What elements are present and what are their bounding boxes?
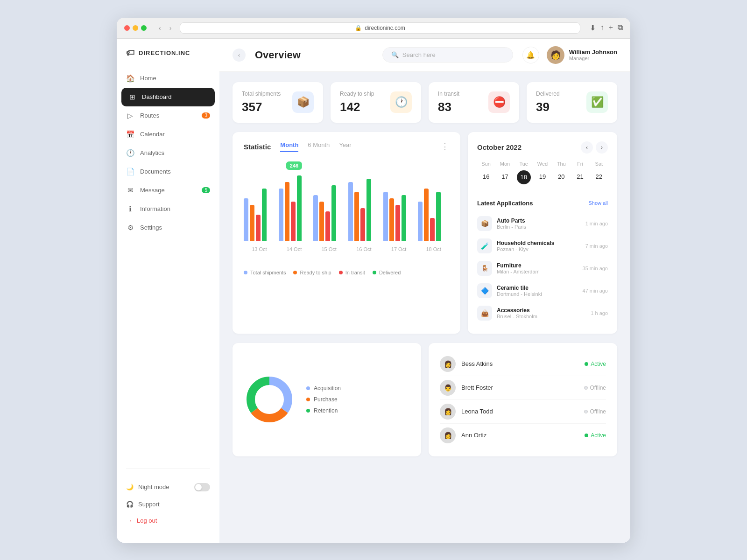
table-row[interactable]: 👩 Bess Atkins Active — [440, 352, 606, 376]
list-item[interactable]: 🧪 Household chemicals Poznan - Kiyv 7 mi… — [477, 235, 608, 257]
sidebar-item-routes[interactable]: ▷ Routes 3 — [117, 106, 219, 125]
collapse-sidebar-button[interactable]: ‹ — [233, 49, 246, 62]
avatar: 🧑 — [547, 46, 564, 64]
sidebar-item-label: Home — [140, 75, 156, 82]
chart-menu-icon[interactable]: ⋮ — [441, 141, 449, 152]
download-icon[interactable]: ⬇ — [590, 23, 596, 32]
stat-label: Delivered — [536, 91, 560, 97]
day-sat: Sat — [590, 161, 608, 167]
sidebar-item-support[interactable]: 🎧 Support — [126, 496, 210, 512]
show-all-button[interactable]: Show all — [588, 200, 608, 206]
donut-label-purchase: Purchase — [314, 396, 338, 403]
nav-back[interactable]: ‹ — [156, 23, 164, 33]
stat-card-ready-to-ship: Ready to ship 142 🕐 — [331, 82, 421, 123]
user-info[interactable]: 🧑 William Johnson Manager — [547, 46, 617, 64]
chart-title: Statistic — [244, 143, 271, 151]
donut-legend-acquisition: Acquisition — [306, 385, 341, 392]
sidebar-item-calendar[interactable]: 📅 Calendar — [117, 125, 219, 144]
avatar: 👨 — [440, 380, 456, 396]
sidebar-item-settings[interactable]: ⚙ Settings — [117, 218, 219, 237]
tab-year[interactable]: Year — [339, 141, 351, 152]
sidebar-item-label: Settings — [140, 224, 162, 231]
logout-icon: → — [126, 517, 132, 524]
calendar-date[interactable]: 20 — [552, 170, 570, 184]
bar — [430, 218, 435, 241]
user-row-name: Bess Atkins — [461, 360, 579, 367]
app-time: 1 h ago — [591, 310, 608, 316]
calendar-date[interactable]: 22 — [590, 170, 608, 184]
information-icon: ℹ — [126, 205, 134, 213]
new-tab-icon[interactable]: + — [609, 23, 613, 32]
stat-card-delivered: Delivered 39 ✅ — [527, 82, 617, 123]
bar — [402, 195, 406, 241]
legend-label: Ready to ship — [300, 270, 331, 275]
day-fri: Fri — [571, 161, 589, 167]
bar-label: 17 Oct — [391, 246, 406, 252]
user-role: Manager — [569, 56, 617, 61]
calendar-date[interactable]: 18 — [517, 170, 531, 184]
windows-icon[interactable]: ⧉ — [618, 23, 623, 32]
stat-card-total-shipments: Total shipments 357 📦 — [233, 82, 323, 123]
page-title: Overview — [255, 49, 301, 61]
traffic-light-red[interactable] — [124, 25, 130, 31]
users-list: 👩 Bess Atkins Active 👨 Brett Foster Offl… — [440, 352, 606, 447]
list-item[interactable]: 📦 Auto Parts Berlin - Paris 1 min ago — [477, 212, 608, 235]
tab-6month[interactable]: 6 Month — [308, 141, 330, 152]
sidebar-item-dashboard[interactable]: ⊞ Dashboard — [121, 88, 215, 106]
sidebar-item-home[interactable]: 🏠 Home — [117, 69, 219, 88]
sidebar-item-analytics[interactable]: 🕐 Analytics — [117, 144, 219, 162]
table-row[interactable]: 👩 Leona Todd Offline — [440, 400, 606, 424]
calendar-next-button[interactable]: › — [596, 141, 608, 154]
calendar-prev-button[interactable]: ‹ — [581, 141, 593, 154]
app-time: 7 min ago — [585, 243, 608, 249]
share-icon[interactable]: ↑ — [600, 23, 604, 32]
sidebar-item-label: Documents — [140, 168, 171, 175]
donut-chart — [244, 374, 295, 425]
bar-chart: 13 Oct24614 Oct15 Oct16 Oct17 Oct18 Oct — [244, 161, 449, 241]
calendar-date[interactable]: 16 — [477, 170, 495, 184]
calendar-dates: 16171819202122 — [477, 170, 608, 184]
night-mode-toggle[interactable] — [194, 483, 210, 491]
calendar-date[interactable]: 17 — [496, 170, 514, 184]
list-item[interactable]: 👜 Accessories Brusel - Stokholm 1 h ago — [477, 302, 608, 324]
app-time: 1 min ago — [585, 221, 608, 226]
users-card: 👩 Bess Atkins Active 👨 Brett Foster Offl… — [429, 343, 617, 456]
notification-button[interactable]: 🔔 — [522, 47, 539, 63]
stat-cards: Total shipments 357 📦 Ready to ship 142 … — [233, 82, 617, 123]
tab-month[interactable]: Month — [280, 141, 298, 152]
calendar-date[interactable]: 19 — [534, 170, 551, 184]
calendar-date[interactable]: 21 — [571, 170, 589, 184]
address-bar[interactable]: 🔒 directioninc.com — [180, 22, 580, 34]
list-item[interactable]: 🔷 Ceramic tile Dortmund - Helsinki 47 mi… — [477, 280, 608, 302]
sidebar-item-documents[interactable]: 📄 Documents — [117, 162, 219, 181]
calendar-header: October 2022 ‹ › — [477, 141, 608, 154]
app-name: Household chemicals — [497, 240, 581, 246]
bar — [279, 189, 283, 241]
nav-forward[interactable]: › — [167, 23, 175, 33]
sidebar-item-label: Routes — [140, 112, 159, 119]
app-icon: 🔷 — [477, 283, 492, 298]
day-tue: Tue — [515, 161, 533, 167]
list-item[interactable]: 🪑 Furniture Milan - Amsterdam 35 min ago — [477, 257, 608, 280]
dashboard-body: Total shipments 357 📦 Ready to ship 142 … — [219, 72, 630, 467]
day-sun: Sun — [477, 161, 495, 167]
traffic-light-green[interactable] — [141, 25, 147, 31]
bar — [256, 215, 261, 241]
table-row[interactable]: 👩 Ann Ortiz Active — [440, 424, 606, 447]
traffic-lights — [124, 25, 147, 31]
app-name: Ceramic tile — [497, 285, 578, 291]
search-bar[interactable]: 🔍 Search here — [382, 47, 513, 63]
search-icon: 🔍 — [391, 51, 399, 58]
sidebar-item-logout[interactable]: → Log out — [126, 512, 210, 529]
sidebar-item-message[interactable]: ✉ Message 5 — [117, 181, 219, 200]
sidebar-item-information[interactable]: ℹ Information — [117, 200, 219, 218]
calendar-card: October 2022 ‹ › Sun Mon Tue Wed Thu — [468, 132, 617, 334]
table-row[interactable]: 👨 Brett Foster Offline — [440, 376, 606, 400]
bar — [325, 211, 330, 241]
app-info: Auto Parts Berlin - Paris — [497, 217, 581, 230]
logo-icon: 🏷 — [126, 48, 135, 58]
logo: 🏷 DIRECTION.INC — [117, 48, 219, 69]
bar — [366, 179, 371, 241]
night-mode-row: 🌙 Night mode — [126, 478, 210, 496]
traffic-light-yellow[interactable] — [133, 25, 138, 31]
